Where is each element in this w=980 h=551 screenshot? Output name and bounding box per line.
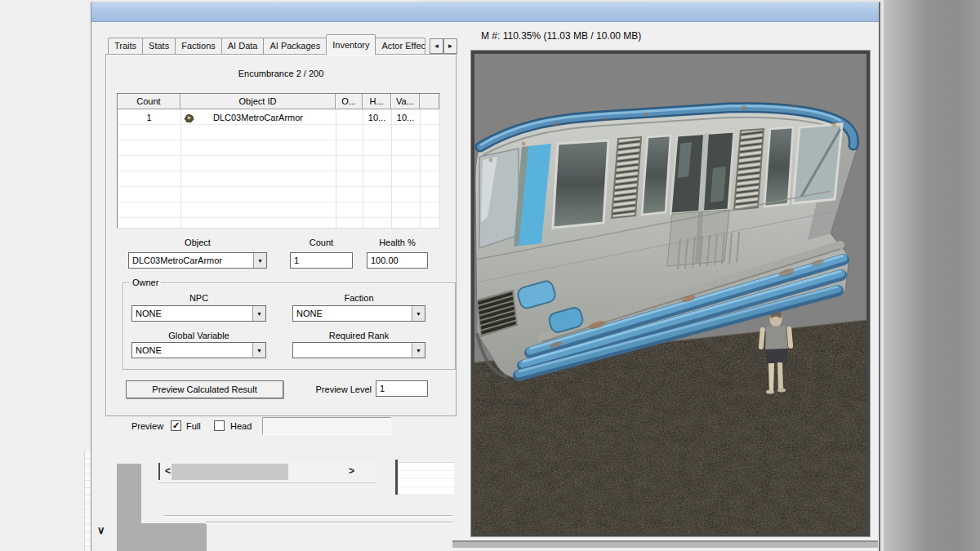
preview-head-checkbox[interactable] (214, 420, 225, 431)
tab-scroll-left-button[interactable]: ◄ (430, 38, 443, 54)
dropdown-arrow-icon[interactable]: ▼ (252, 306, 265, 321)
dropdown-arrow-glyph: ▼ (416, 348, 421, 353)
dropdown-arrow-glyph: ▼ (256, 311, 262, 317)
tab-factions[interactable]: Factions (175, 38, 222, 55)
preview-head-label: Head (230, 421, 252, 431)
preview-level-input[interactable]: 1 (376, 380, 428, 397)
tab-ai-data[interactable]: AI Data (221, 38, 265, 55)
dropdown-arrow-icon[interactable]: ▼ (412, 343, 425, 358)
tab-scroll-right-button[interactable]: ► (443, 38, 457, 54)
table-row[interactable]: 1 DLC03MetroCarArmor 10... (118, 109, 439, 125)
npc-editor-dialog: M #: 110.35% (11.03 MB / 10.00 MB) Trait… (91, 2, 880, 551)
desktop-background-right (884, 0, 980, 551)
dropdown-arrow-glyph: ▼ (256, 348, 262, 353)
tab-traits[interactable]: Traits (108, 38, 143, 55)
render-preview-scene (474, 54, 866, 533)
column-header-health[interactable]: H... (363, 94, 391, 109)
count-label: Count (290, 238, 353, 247)
faction-label: Faction (292, 293, 425, 303)
preview-level-label: Preview Level (302, 384, 372, 394)
tab-ai-packages[interactable]: AI Packages (263, 38, 327, 55)
scroll-right-icon[interactable]: > (349, 465, 354, 477)
required-rank-combobox[interactable]: ▼ (292, 342, 425, 358)
cell-health: 10... (363, 113, 391, 122)
divider-groove (205, 522, 452, 524)
object-combobox-value: DLC03MetroCarArmor (129, 253, 253, 268)
tab-actor-effects[interactable]: Actor Effec (375, 38, 425, 55)
cell-object-id-text: DLC03MetroCarArmor (213, 113, 303, 122)
preview-calculated-result-button[interactable]: Preview Calculated Result (126, 380, 283, 398)
column-header-value[interactable]: Va... (391, 94, 420, 109)
scrollbar-thumb[interactable] (172, 464, 288, 480)
cell-object-id: DLC03MetroCarArmor (180, 113, 336, 122)
tab-stats[interactable]: Stats (142, 38, 176, 55)
screenshot-root: M #: 110.35% (11.03 MB / 10.00 MB) Trait… (0, 0, 980, 551)
tab-inventory[interactable]: Inventory (326, 34, 376, 55)
right-arrow-icon: ► (448, 42, 454, 50)
owner-groupbox: Owner NPC Faction NONE ▼ NONE ▼ Global V… (122, 282, 456, 370)
faction-combobox-value: NONE (293, 306, 412, 321)
required-rank-combobox-value (293, 343, 412, 358)
column-header-count[interactable]: Count (118, 94, 180, 109)
horizontal-scrollbar[interactable]: < > (158, 461, 377, 483)
column-divider (391, 109, 392, 228)
list-edge-divider (395, 460, 398, 495)
object-label: Object (128, 238, 267, 247)
dropdown-arrow-icon[interactable]: ▼ (252, 343, 265, 358)
cell-count: 1 (118, 113, 180, 122)
dropdown-arrow-glyph: ▼ (257, 258, 263, 264)
inventory-tab-page: Encumbrance 2 / 200 Count Object ID O...… (105, 54, 457, 416)
scrollbar-start-divider (158, 463, 160, 480)
background-window-block (117, 464, 141, 524)
background-window-block (117, 523, 207, 551)
column-header-owner[interactable]: O... (336, 94, 363, 109)
dropdown-arrow-glyph: ▼ (416, 311, 421, 317)
faction-combobox[interactable]: NONE ▼ (292, 305, 425, 322)
encumbrance-label: Encumbrance 2 / 200 (106, 69, 456, 78)
column-header-extra[interactable] (420, 94, 439, 109)
check-icon: ✓ (172, 420, 180, 430)
inventory-table-header: Count Object ID O... H... Va... (118, 94, 439, 109)
global-variable-combobox-value: NONE (132, 343, 252, 358)
tab-scroll-buttons: ◄ ► (430, 38, 457, 54)
preview-label: Preview (131, 421, 163, 431)
column-header-object-id[interactable]: Object ID (180, 94, 336, 109)
divider-groove (164, 515, 452, 518)
object-combobox[interactable]: DLC03MetroCarArmor ▼ (128, 252, 267, 269)
bottom-scrollbar-track[interactable] (452, 540, 878, 548)
count-input[interactable]: 1 (290, 252, 353, 269)
health-label: Health % (367, 238, 428, 247)
npc-label: NPC (131, 293, 266, 303)
inventory-table[interactable]: Count Object ID O... H... Va... 1 (117, 93, 440, 229)
health-input[interactable]: 100.00 (367, 252, 428, 269)
npc-combobox[interactable]: NONE ▼ (131, 305, 266, 322)
column-divider (336, 109, 336, 228)
column-divider (420, 109, 421, 228)
dialog-titlebar[interactable] (91, 2, 879, 22)
npc-combobox-value: NONE (132, 306, 252, 321)
global-variable-combobox[interactable]: NONE ▼ (131, 342, 266, 358)
dropdown-arrow-icon[interactable]: ▼ (253, 253, 266, 268)
preview-full-label: Full (186, 421, 201, 431)
preview-full-checkbox[interactable]: ✓ (171, 420, 181, 431)
inventory-table-body: 1 DLC03MetroCarArmor 10... (118, 109, 439, 228)
preview-3d-viewport[interactable] (470, 50, 871, 537)
tab-strip: Traits Stats Factions AI Data AI Package… (108, 34, 429, 55)
left-arrow-icon: ◄ (434, 42, 440, 50)
required-rank-label: Required Rank (292, 331, 425, 340)
cell-value: 10... (391, 113, 420, 122)
memory-usage-status: M #: 110.35% (11.03 MB / 10.00 MB) (481, 30, 641, 42)
global-variable-label: Global Variable (131, 331, 266, 340)
owner-group-label: Owner (130, 278, 161, 287)
armor-item-icon (184, 114, 195, 122)
column-divider (363, 109, 363, 228)
scroll-left-icon[interactable]: < (165, 465, 171, 477)
preview-path-field (262, 417, 391, 435)
dropdown-arrow-icon[interactable]: ▼ (412, 306, 425, 321)
column-divider (180, 109, 181, 228)
chevron-down-icon[interactable]: ∨ (97, 524, 105, 536)
background-list-box (399, 462, 454, 494)
